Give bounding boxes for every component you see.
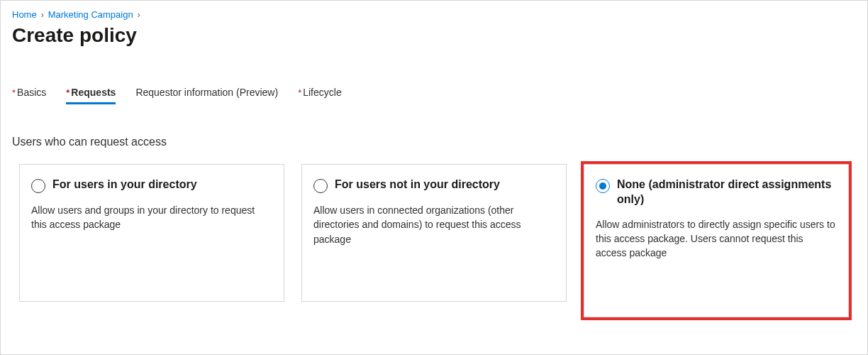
tab-basics[interactable]: * Basics bbox=[12, 87, 46, 104]
tab-label: Requestor information (Preview) bbox=[135, 87, 278, 98]
tabs: * Basics * Requests Requestor informatio… bbox=[12, 87, 856, 104]
tab-requests[interactable]: * Requests bbox=[66, 87, 116, 104]
breadcrumb-link-home[interactable]: Home bbox=[12, 9, 37, 20]
required-marker: * bbox=[66, 87, 69, 98]
breadcrumb-link-marketing[interactable]: Marketing Campaign bbox=[48, 9, 133, 20]
option-card-users-in-directory[interactable]: For users in your directory Allow users … bbox=[19, 164, 284, 302]
chevron-right-icon: › bbox=[138, 10, 140, 20]
radio-icon[interactable] bbox=[313, 179, 328, 193]
tab-requestor-info[interactable]: Requestor information (Preview) bbox=[135, 87, 278, 104]
tab-label: Requests bbox=[71, 87, 116, 98]
chevron-right-icon: › bbox=[41, 10, 44, 20]
option-description: Allow users and groups in your directory… bbox=[31, 203, 272, 232]
breadcrumb: Home › Marketing Campaign › bbox=[12, 9, 856, 20]
radio-selected-dot bbox=[599, 182, 606, 190]
radio-icon[interactable] bbox=[596, 179, 610, 193]
tab-lifecycle[interactable]: * Lifecycle bbox=[298, 87, 342, 104]
required-marker: * bbox=[298, 87, 301, 98]
section-heading: Users who can request access bbox=[12, 136, 856, 148]
tab-label: Lifecycle bbox=[303, 87, 341, 98]
option-title: For users not in your directory bbox=[335, 178, 500, 192]
option-description: Allow users in connected organizations (… bbox=[313, 203, 555, 246]
option-title: For users in your directory bbox=[52, 178, 197, 192]
required-marker: * bbox=[12, 87, 16, 98]
option-card-none-admin-only[interactable]: None (administrator direct assignments o… bbox=[584, 164, 849, 317]
page-title: Create policy bbox=[12, 24, 856, 47]
tab-label: Basics bbox=[17, 87, 46, 98]
radio-icon[interactable] bbox=[31, 179, 45, 193]
option-cards: For users in your directory Allow users … bbox=[12, 164, 856, 317]
option-card-users-not-in-directory[interactable]: For users not in your directory Allow us… bbox=[301, 164, 567, 302]
option-title: None (administrator direct assignments o… bbox=[617, 178, 837, 207]
option-description: Allow administrators to directly assign … bbox=[596, 217, 837, 261]
